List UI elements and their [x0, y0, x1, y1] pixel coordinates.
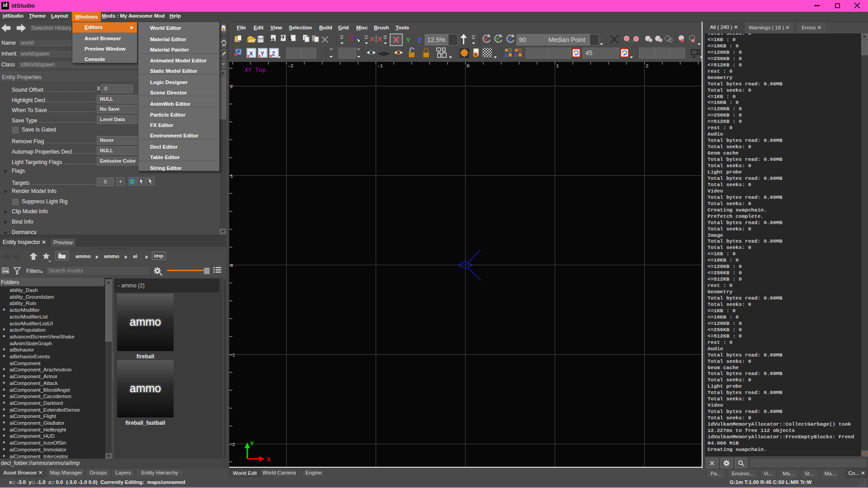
svg-text:1: 1: [556, 63, 559, 69]
svg-text:Y: Y: [496, 37, 500, 43]
svg-text:Y: Y: [250, 440, 254, 447]
svg-text:Y: Y: [514, 53, 518, 58]
svg-text:0: 0: [467, 63, 470, 69]
svg-text:X: X: [267, 456, 271, 463]
svg-text:1: 1: [230, 174, 233, 179]
svg-text:Median Point: Median Point: [548, 36, 585, 43]
svg-text:-1: -1: [229, 352, 236, 358]
svg-text:Y: Y: [260, 50, 264, 57]
svg-text:2: 2: [230, 84, 233, 89]
svg-text:12.5%: 12.5%: [427, 36, 445, 43]
svg-text:XY Top: XY Top: [245, 67, 266, 74]
svg-text:Z: Z: [418, 36, 422, 44]
svg-text:90: 90: [519, 36, 526, 43]
svg-text:X: X: [505, 53, 508, 58]
svg-text:X: X: [249, 50, 253, 57]
svg-text:0: 0: [230, 263, 233, 268]
svg-text:Z: Z: [508, 37, 511, 43]
svg-text:-1: -1: [377, 63, 383, 69]
svg-text:45: 45: [585, 49, 593, 56]
svg-text:-2: -2: [288, 63, 293, 69]
svg-text:Z: Z: [272, 50, 275, 57]
svg-text:-2: -2: [229, 442, 235, 447]
svg-text:Y: Y: [406, 36, 410, 44]
svg-text:2: 2: [646, 63, 649, 69]
